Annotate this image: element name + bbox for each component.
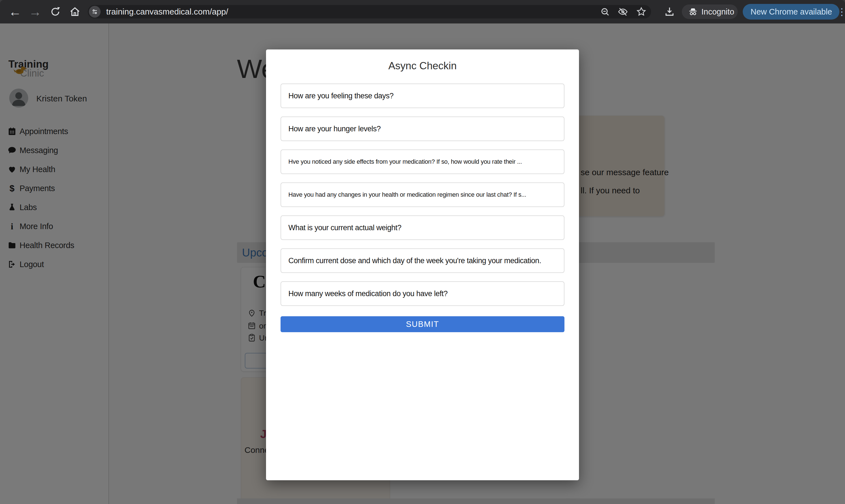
question-text: Confirm current dose and which day of th…: [288, 249, 541, 272]
reload-icon: [50, 6, 61, 18]
forward-button[interactable]: →: [27, 0, 43, 23]
bookmark-button[interactable]: [636, 6, 647, 17]
downloads-button[interactable]: [661, 0, 678, 23]
browser-toolbar: ← → training.canvasmedical.com/app/: [0, 0, 845, 23]
page-content: Training Clinic Kristen Token Appointmen…: [0, 23, 845, 504]
address-bar[interactable]: training.canvasmedical.com/app/: [88, 5, 651, 18]
eye-off-icon: [617, 6, 628, 17]
async-checkin-modal: Async Checkin How are you feeling these …: [266, 50, 579, 480]
checkin-question-4[interactable]: Have you had any changes in your health …: [281, 182, 564, 207]
browser-menu-button[interactable]: ⋮: [837, 4, 845, 20]
star-icon: [636, 6, 647, 17]
url-text[interactable]: training.canvasmedical.com/app/: [106, 5, 228, 18]
preview-hidden-button[interactable]: [617, 6, 628, 17]
site-settings-button[interactable]: [89, 6, 101, 18]
checkin-question-5[interactable]: What is your current actual weight?: [281, 215, 564, 240]
checkin-question-1[interactable]: How are you feeling these days?: [281, 84, 564, 108]
browser-window: ← → training.canvasmedical.com/app/: [0, 0, 845, 504]
reload-button[interactable]: [47, 0, 64, 23]
home-button[interactable]: [67, 0, 83, 23]
submit-label: SUBMIT: [406, 320, 439, 329]
incognito-badge: Incognito: [682, 4, 738, 19]
question-text: What is your current actual weight?: [288, 216, 401, 239]
question-text: Hve you noticed any side effects from yo…: [288, 150, 522, 174]
question-text: How are your hunger levels?: [288, 117, 381, 141]
modal-title: Async Checkin: [266, 60, 579, 72]
checkin-question-3[interactable]: Hve you noticed any side effects from yo…: [281, 149, 564, 174]
checkin-question-2[interactable]: How are your hunger levels?: [281, 116, 564, 141]
incognito-label: Incognito: [701, 7, 734, 17]
tune-icon: [91, 8, 98, 15]
chrome-update-button[interactable]: New Chrome available ⋮: [743, 4, 840, 20]
question-text: How are you feeling these days?: [288, 84, 393, 108]
home-icon: [69, 6, 81, 18]
back-button[interactable]: ←: [7, 0, 23, 23]
incognito-icon: [688, 7, 698, 17]
checkin-question-7[interactable]: How many weeks of medication do you have…: [281, 281, 564, 306]
question-text: Have you had any changes in your health …: [288, 183, 526, 206]
download-icon: [664, 6, 675, 17]
chrome-update-label: New Chrome available: [751, 7, 832, 17]
question-text: How many weeks of medication do you have…: [288, 282, 448, 305]
submit-button[interactable]: SUBMIT: [281, 316, 564, 332]
magnifier-minus-icon: [600, 6, 610, 17]
zoom-out-button[interactable]: [600, 6, 610, 17]
checkin-question-6[interactable]: Confirm current dose and which day of th…: [281, 248, 564, 273]
